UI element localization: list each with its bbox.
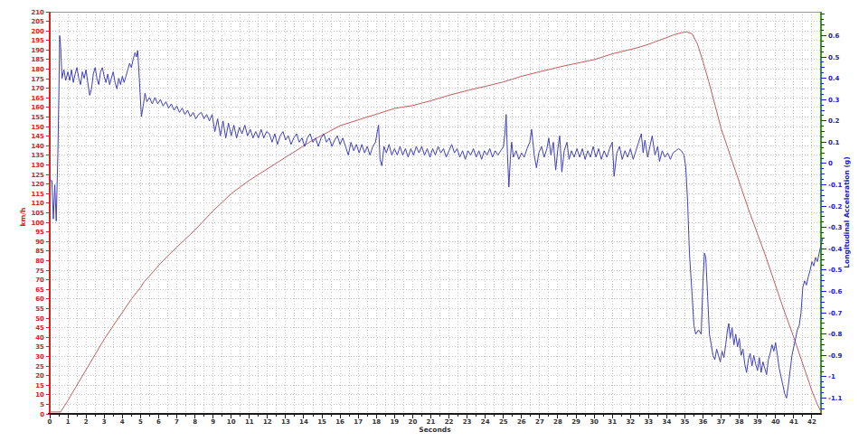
tick-label: 18 xyxy=(372,418,381,426)
tick-label: 180 xyxy=(31,66,44,73)
tick-label: 125 xyxy=(31,172,44,179)
tick-label: 25 xyxy=(35,363,44,371)
tick-label: 105 xyxy=(31,210,44,217)
tick-label: 3 xyxy=(102,418,107,426)
tick-label: 5 xyxy=(138,418,143,426)
tick-label: 165 xyxy=(31,95,44,102)
tick-label: 0.1 xyxy=(828,139,840,146)
tick-label: 10 xyxy=(227,418,236,426)
tick-label: 155 xyxy=(31,114,44,121)
tick-label: 120 xyxy=(31,181,44,188)
tick-label: 75 xyxy=(35,267,44,275)
x-axis-title: Seconds xyxy=(419,426,451,434)
tick-label: -0.7 xyxy=(828,310,842,317)
tick-label: 8 xyxy=(193,418,197,426)
tick-label: 19 xyxy=(390,418,399,426)
tick-label: -0.3 xyxy=(828,224,842,231)
tick-label: 32 xyxy=(626,418,635,426)
tick-label: 41 xyxy=(789,418,798,426)
tick-label: 175 xyxy=(31,76,44,83)
tick-label: 27 xyxy=(535,418,544,426)
tick-label: 0.3 xyxy=(828,97,840,104)
y-left-axis-title: km/h xyxy=(19,208,27,227)
tick-label: 30 xyxy=(590,418,599,426)
tick-label: 100 xyxy=(31,220,44,227)
tick-label: 29 xyxy=(571,418,580,426)
tick-label: 14 xyxy=(299,418,308,426)
tick-label: 190 xyxy=(31,47,44,54)
tick-label: 145 xyxy=(31,133,44,140)
tick-label: -0.6 xyxy=(828,288,842,296)
line-chart: 0510152025303540455055606570758085909510… xyxy=(0,0,868,441)
longitudinal-acceleration-trace xyxy=(50,35,823,398)
tick-label: 4 xyxy=(120,418,125,426)
tick-label: -0.4 xyxy=(828,246,842,253)
tick-label: 23 xyxy=(463,418,472,426)
tick-label: -0.1 xyxy=(828,182,842,189)
tick-label: 15 xyxy=(35,382,44,389)
tick-label: 0 xyxy=(48,418,52,426)
tick-label: 36 xyxy=(699,418,708,426)
tick-label: 195 xyxy=(31,37,44,44)
tick-label: 30 xyxy=(35,353,44,361)
tick-label: 6 xyxy=(156,418,161,426)
tick-label: 0.6 xyxy=(828,33,840,40)
tick-label: -1 xyxy=(828,373,835,380)
tick-label: 170 xyxy=(31,85,44,92)
tick-label: 1 xyxy=(66,418,71,426)
tick-label: 26 xyxy=(517,418,526,426)
tick-label: 9 xyxy=(211,418,215,426)
tick-label: 22 xyxy=(445,418,454,426)
tick-label: 24 xyxy=(481,418,490,426)
tick-label: 40 xyxy=(771,418,780,426)
tick-label: 90 xyxy=(35,239,44,246)
tick-label: 80 xyxy=(35,258,44,265)
tick-label: 33 xyxy=(644,418,653,426)
tick-label: -0.2 xyxy=(828,203,842,211)
tick-label: 16 xyxy=(335,418,344,426)
tick-label: 5 xyxy=(40,401,44,408)
tick-label: 31 xyxy=(608,418,617,426)
axis-ticks xyxy=(46,12,827,418)
tick-label: 20 xyxy=(409,418,418,426)
tick-label: 50 xyxy=(35,315,44,323)
tick-label: 45 xyxy=(35,324,44,332)
tick-label: 25 xyxy=(499,418,508,426)
tick-label: 0.2 xyxy=(828,117,840,125)
tick-label: -0.5 xyxy=(828,267,842,274)
tick-label: 7 xyxy=(175,418,179,426)
tick-label: 2 xyxy=(84,418,89,426)
tick-label: 70 xyxy=(35,277,44,284)
tick-label: 0 xyxy=(828,160,833,167)
tick-label: 65 xyxy=(35,286,44,294)
tick-label: 35 xyxy=(681,418,690,426)
tick-label: 28 xyxy=(553,418,562,426)
tick-label: 210 xyxy=(31,9,44,16)
axis-tick-labels: 0510152025303540455055606570758085909510… xyxy=(31,9,842,426)
tick-label: 37 xyxy=(717,418,726,426)
tick-label: 85 xyxy=(35,248,44,255)
gridlines xyxy=(50,12,821,414)
tick-label: 95 xyxy=(35,229,44,236)
tick-label: 20 xyxy=(35,372,44,380)
tick-label: 0.4 xyxy=(828,75,840,82)
tick-label: 160 xyxy=(31,104,44,111)
tick-label: 34 xyxy=(663,418,672,426)
tick-label: 0.5 xyxy=(828,54,840,61)
tick-label: 135 xyxy=(31,152,44,159)
tick-label: 200 xyxy=(31,28,44,35)
tick-label: -0.9 xyxy=(828,352,842,360)
tick-label: 115 xyxy=(31,191,44,198)
tick-label: 11 xyxy=(245,418,254,426)
tick-label: 21 xyxy=(427,418,436,426)
tick-label: 150 xyxy=(31,124,44,131)
tick-label: 35 xyxy=(35,343,44,351)
tick-label: 60 xyxy=(35,296,44,303)
tick-label: 205 xyxy=(31,18,44,25)
tick-label: 40 xyxy=(35,334,44,342)
tick-label: 15 xyxy=(317,418,326,426)
y-right-axis-title: Longitudinal Acceleration (g) xyxy=(843,156,851,267)
tick-label: 42 xyxy=(807,418,816,426)
tick-label: 12 xyxy=(263,418,272,426)
tick-label: -0.8 xyxy=(828,331,842,338)
